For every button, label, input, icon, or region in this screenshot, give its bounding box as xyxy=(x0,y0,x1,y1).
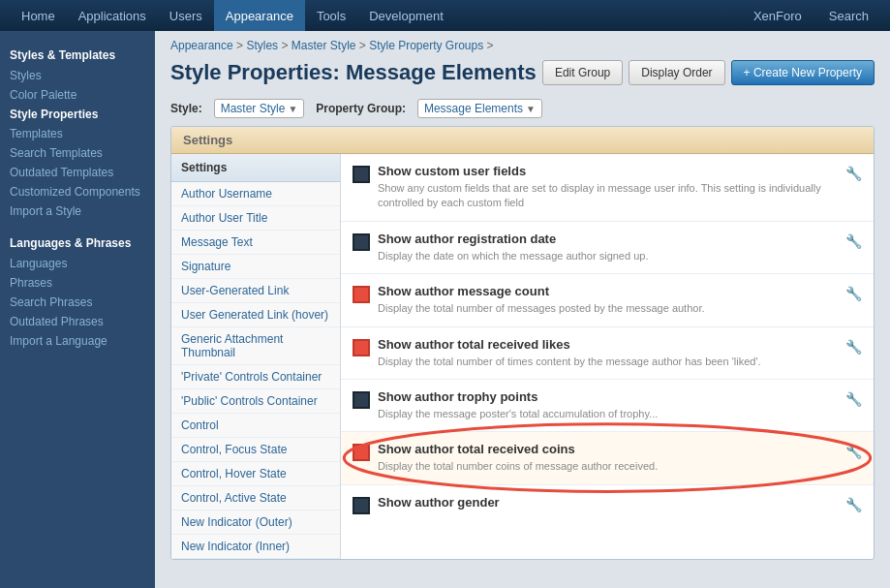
nav-appearance[interactable]: Appearance xyxy=(214,0,305,31)
row-5-wrench-icon[interactable]: 🔧 xyxy=(845,444,862,459)
row-1-title: Show author registration date xyxy=(378,232,838,246)
settings-row-2: Show author message count Display the to… xyxy=(341,274,874,326)
row-3-wrench-icon[interactable]: 🔧 xyxy=(845,339,862,355)
left-item-signature[interactable]: Signature xyxy=(171,255,340,279)
group-dropdown[interactable]: Message Elements ▼ xyxy=(417,99,542,118)
left-item-control-focus[interactable]: Control, Focus State xyxy=(171,438,340,462)
row-0-icon xyxy=(353,166,370,183)
breadcrumb-appearance[interactable]: Appearance xyxy=(170,39,233,52)
row-6-content: Show author gender xyxy=(378,495,838,512)
sidebar-item-outdated-templates[interactable]: Outdated Templates xyxy=(0,163,155,182)
nav-development[interactable]: Development xyxy=(357,0,455,31)
left-item-generic-attachment[interactable]: Generic Attachment Thumbnail xyxy=(171,327,340,365)
sidebar-item-import-language[interactable]: Import a Language xyxy=(0,331,155,351)
breadcrumb-styles[interactable]: Styles xyxy=(246,39,278,52)
row-5-desc: Display the total number coins of messag… xyxy=(378,459,838,474)
row-4-desc: Display the message poster's total accum… xyxy=(378,407,838,421)
nav-xenforo[interactable]: XenForo xyxy=(742,0,813,31)
left-item-user-generated-link-hover[interactable]: User Generated Link (hover) xyxy=(171,303,340,327)
row-4-wrench-icon[interactable]: 🔧 xyxy=(845,391,862,407)
row-1-wrench-icon[interactable]: 🔧 xyxy=(845,233,862,249)
row-0-desc: Show any custom fields that are set to d… xyxy=(378,181,838,211)
nav-users[interactable]: Users xyxy=(158,0,214,31)
row-0-title: Show custom user fields xyxy=(378,164,838,178)
left-item-user-generated-link[interactable]: User-Generated Link xyxy=(171,279,340,303)
left-item-control-hover[interactable]: Control, Hover State xyxy=(171,462,340,486)
sidebar-item-style-properties[interactable]: Style Properties xyxy=(0,105,155,124)
row-2-title: Show author message count xyxy=(378,284,838,298)
create-new-property-button[interactable]: + Create New Property xyxy=(731,60,875,85)
breadcrumb: Appearance > Styles > Master Style > Sty… xyxy=(155,31,890,56)
sidebar-item-styles[interactable]: Styles xyxy=(0,66,155,85)
sidebar: Styles & Templates Styles Color Palette … xyxy=(0,31,155,588)
row-2-wrench-icon[interactable]: 🔧 xyxy=(845,286,862,301)
row-5-title: Show author total received coins xyxy=(378,442,838,456)
left-item-control-active[interactable]: Control, Active State xyxy=(171,486,340,511)
top-navigation: Home Applications Users Appearance Tools… xyxy=(0,0,890,31)
nav-applications[interactable]: Applications xyxy=(67,0,158,31)
sidebar-item-phrases[interactable]: Phrases xyxy=(0,273,155,293)
row-1-desc: Display the date on which the message au… xyxy=(378,249,838,263)
sidebar-item-import-style[interactable]: Import a Style xyxy=(0,201,155,221)
row-3-desc: Display the total number of times conten… xyxy=(378,355,838,369)
left-item-message-text[interactable]: Message Text xyxy=(171,231,340,255)
page-title: Style Properties: Message Elements xyxy=(170,60,537,85)
settings-header: Settings xyxy=(171,127,874,154)
sidebar-item-customized-components[interactable]: Customized Components xyxy=(0,182,155,201)
content-area: Settings Settings Author Username Author… xyxy=(170,126,875,560)
main-content: Appearance > Styles > Master Style > Sty… xyxy=(155,31,890,588)
left-panel-title: Settings xyxy=(171,154,340,182)
group-label: Property Group: xyxy=(316,102,406,115)
row-3-content: Show author total received likes Display… xyxy=(378,337,838,369)
settings-row-6: Show author gender 🔧 xyxy=(341,485,874,524)
breadcrumb-master-style[interactable]: Master Style xyxy=(292,39,356,52)
style-label: Style: xyxy=(170,102,202,115)
style-dropdown-arrow: ▼ xyxy=(288,104,297,114)
nav-search[interactable]: Search xyxy=(817,0,880,31)
left-item-private-controls[interactable]: 'Private' Controls Container xyxy=(171,365,340,389)
breadcrumb-property-groups[interactable]: Style Property Groups xyxy=(369,39,483,52)
row-6-icon xyxy=(353,497,370,514)
row-1-icon xyxy=(353,233,370,251)
left-item-author-user-title[interactable]: Author User Title xyxy=(171,206,340,231)
top-nav-right: XenForo Search xyxy=(742,0,880,31)
row-2-desc: Display the total number of messages pos… xyxy=(378,301,838,316)
header-buttons: Edit Group Display Order + Create New Pr… xyxy=(542,60,875,85)
right-panel: Show custom user fields Show any custom … xyxy=(341,154,874,559)
sidebar-item-languages[interactable]: Languages xyxy=(0,254,155,273)
left-item-author-username[interactable]: Author Username xyxy=(171,182,340,206)
style-dropdown[interactable]: Master Style ▼ xyxy=(214,99,305,118)
left-panel: Settings Author Username Author User Tit… xyxy=(171,154,341,559)
style-dropdown-value: Master Style xyxy=(221,102,286,115)
sidebar-item-search-phrases[interactable]: Search Phrases xyxy=(0,293,155,312)
nav-tools[interactable]: Tools xyxy=(305,0,357,31)
left-item-new-indicator-outer[interactable]: New Indicator (Outer) xyxy=(171,511,340,535)
row-1-content: Show author registration date Display th… xyxy=(378,232,838,263)
two-column-layout: Settings Author Username Author User Tit… xyxy=(171,154,874,559)
row-5-content: Show author total received coins Display… xyxy=(378,442,838,474)
row-4-content: Show author trophy points Display the me… xyxy=(378,389,838,421)
group-dropdown-value: Message Elements xyxy=(424,102,523,115)
left-item-public-controls[interactable]: 'Public' Controls Container xyxy=(171,389,340,414)
sidebar-item-outdated-phrases[interactable]: Outdated Phrases xyxy=(0,312,155,331)
sidebar-item-search-templates[interactable]: Search Templates xyxy=(0,143,155,163)
row-2-content: Show author message count Display the to… xyxy=(378,284,838,316)
filter-bar: Style: Master Style ▼ Property Group: Me… xyxy=(155,95,890,126)
row-6-wrench-icon[interactable]: 🔧 xyxy=(845,497,862,512)
settings-row-1: Show author registration date Display th… xyxy=(341,222,874,274)
sidebar-item-templates[interactable]: Templates xyxy=(0,124,155,143)
row-3-title: Show author total received likes xyxy=(378,337,838,352)
display-order-button[interactable]: Display Order xyxy=(629,60,724,85)
row-5-icon xyxy=(353,444,370,461)
edit-group-button[interactable]: Edit Group xyxy=(542,60,623,85)
left-item-new-indicator-inner[interactable]: New Indicator (Inner) xyxy=(171,535,340,559)
page-layout: Styles & Templates Styles Color Palette … xyxy=(0,31,890,588)
group-dropdown-arrow: ▼ xyxy=(526,104,536,114)
row-0-wrench-icon[interactable]: 🔧 xyxy=(845,166,862,181)
page-header: Style Properties: Message Elements Edit … xyxy=(155,56,890,95)
nav-home[interactable]: Home xyxy=(10,0,67,31)
sidebar-item-color-palette[interactable]: Color Palette xyxy=(0,85,155,105)
row-2-icon xyxy=(353,286,370,303)
settings-row-0: Show custom user fields Show any custom … xyxy=(341,154,874,222)
left-item-control[interactable]: Control xyxy=(171,414,340,438)
